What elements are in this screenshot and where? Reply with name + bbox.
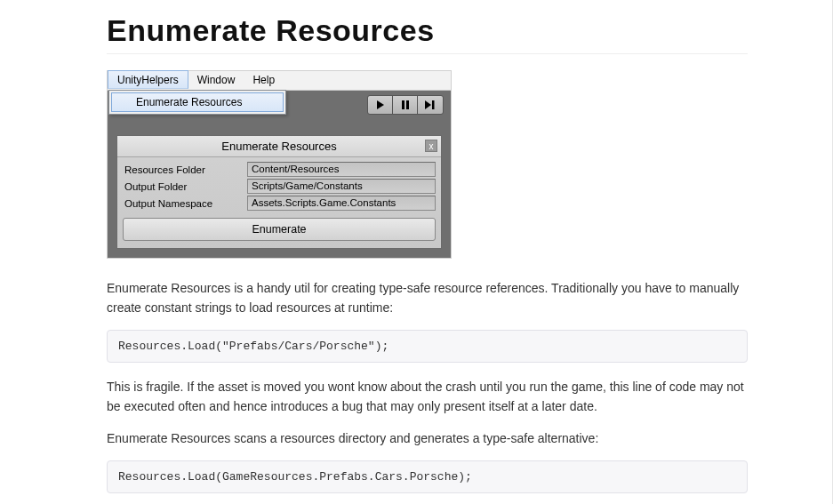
dropdown-menu: Enumerate Resources xyxy=(108,90,286,115)
menubar: UnityHelpers Window Help xyxy=(108,71,451,91)
paragraph-fragile: This is fragile. If the asset is moved y… xyxy=(107,377,748,416)
heading-divider xyxy=(107,53,748,54)
page-title: Enumerate Resources xyxy=(107,13,748,48)
menubar-item-window[interactable]: Window xyxy=(188,71,244,90)
code-block-2: Resources.Load(GameResources.Prefabs.Car… xyxy=(107,460,748,493)
label-resources-folder: Resources Folder xyxy=(123,164,247,175)
step-icon xyxy=(425,100,436,109)
editor-title: Enumerate Resources xyxy=(117,140,441,153)
paragraph-scans: Enumerate Resources scans a resources di… xyxy=(107,428,748,448)
label-output-folder: Output Folder xyxy=(123,181,247,192)
step-button[interactable] xyxy=(418,96,443,114)
field-row-output-namespace: Output Namespace Assets.Scripts.Game.Con… xyxy=(123,196,436,211)
svg-rect-1 xyxy=(406,100,409,109)
svg-rect-2 xyxy=(432,100,435,109)
svg-rect-0 xyxy=(402,100,404,109)
dropdown-item-enumerate-resources[interactable]: Enumerate Resources xyxy=(111,92,284,112)
pause-button[interactable] xyxy=(393,96,418,114)
unity-screenshot: UnityHelpers Window Help Enumerate Resou… xyxy=(107,70,452,259)
editor-titlebar: Enumerate Resources x xyxy=(117,136,441,157)
menubar-item-unityhelpers[interactable]: UnityHelpers xyxy=(108,70,188,89)
editor-window: Enumerate Resources x Resources Folder C… xyxy=(116,135,442,249)
close-icon[interactable]: x xyxy=(425,140,437,152)
play-button[interactable] xyxy=(368,96,393,114)
pause-icon xyxy=(401,100,410,109)
play-icon xyxy=(376,100,385,109)
menubar-item-help[interactable]: Help xyxy=(244,71,284,90)
label-output-namespace: Output Namespace xyxy=(123,198,247,209)
field-row-resources-folder: Resources Folder Content/Resources xyxy=(123,162,436,177)
playback-controls xyxy=(367,95,444,115)
enumerate-button[interactable]: Enumerate xyxy=(123,218,436,241)
field-row-output-folder: Output Folder Scripts/Game/Constants xyxy=(123,179,436,194)
paragraph-intro: Enumerate Resources is a handy util for … xyxy=(107,278,748,317)
input-resources-folder[interactable]: Content/Resources xyxy=(247,162,436,177)
input-output-folder[interactable]: Scripts/Game/Constants xyxy=(247,179,436,194)
code-block-1: Resources.Load("Prefabs/Cars/Porsche"); xyxy=(107,330,748,363)
input-output-namespace[interactable]: Assets.Scripts.Game.Constants xyxy=(247,196,436,211)
